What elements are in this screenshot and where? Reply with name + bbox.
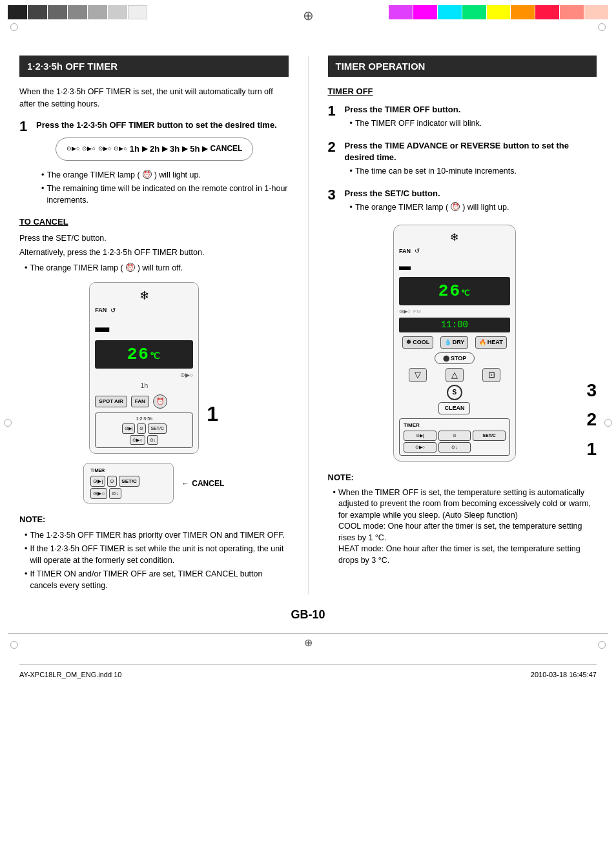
timer-section-right: TIMER ⊙▶| ⊙ SET/C ⊙▶○ ⊙↓ bbox=[399, 418, 510, 456]
s-circle-btn[interactable]: S bbox=[447, 385, 462, 400]
rswatch-2 bbox=[413, 5, 437, 19]
cancel-label-seq: CANCEL bbox=[210, 143, 242, 154]
compass-mark-bottom: ⊕ bbox=[304, 636, 313, 650]
setc-right[interactable]: SET/C bbox=[473, 431, 506, 441]
nav-down-btn[interactable]: ▽ bbox=[409, 368, 427, 382]
swatch-2 bbox=[28, 5, 47, 19]
right-step3-bullet: The orange TIMER lamp (⏰) will light up. bbox=[350, 202, 597, 214]
bottom-bar: ⊕ bbox=[8, 633, 608, 651]
page-number: GB-10 bbox=[0, 607, 616, 623]
cancel-timer-circle[interactable]: ⊙ bbox=[107, 476, 117, 487]
timer-advance-btn[interactable]: ⊙ bbox=[137, 423, 146, 434]
timer-btns-right-2: ⊙▶○ ⊙↓ bbox=[404, 442, 506, 453]
right-remote-area: ❄ FAN ↺ ▬ 26℃ ⊙▶○ PM 11:00 ❄ COOL bbox=[328, 225, 597, 461]
cancel-timer-off[interactable]: ⊙▶○ bbox=[90, 488, 107, 499]
reg-mark-top-left bbox=[10, 23, 18, 31]
step1-bullet-2: The remaining time will be indicated on … bbox=[41, 183, 289, 206]
right-column: TIMER OPERATION TIMER OFF 1 Press the TI… bbox=[328, 56, 597, 594]
time-display: 11:00 bbox=[399, 318, 510, 333]
set-c-btn-round[interactable]: ⏰ bbox=[153, 394, 167, 409]
fan-label-right: FAN bbox=[399, 247, 411, 256]
rswatch-9 bbox=[584, 5, 608, 19]
reg-mark-left bbox=[4, 419, 12, 427]
timer-row-cancel: ⊙▶| ⊙ SET/C bbox=[90, 476, 167, 487]
step1-bullet-1: The orange TIMER lamp (⏰) will light up. bbox=[41, 170, 289, 181]
right-step2-bullet: The time can be set in 10-minute increme… bbox=[350, 166, 597, 178]
step-num-1: 1 bbox=[586, 436, 597, 462]
swatch-7 bbox=[128, 5, 147, 19]
left-remote-area: ❄ FAN ↺ ▬ 26℃ ⊙▶○ 1h SPOT AIR FAN bbox=[19, 282, 289, 454]
left-note-section: NOTE: The 1·2·3·5h OFF TIMER has priorit… bbox=[19, 514, 289, 591]
timer-row-left: 1·2·3·5h ⊙▶| ⊙ SET/C ⊙▶○ ⊙↓ bbox=[95, 412, 193, 448]
right-step-1: 1 Press the TIMER OFF button. The TIMER … bbox=[328, 104, 597, 132]
air-vent-right: ▬ bbox=[399, 258, 510, 274]
col-divider bbox=[308, 56, 309, 594]
cancel-remote-small: TIMER ⊙▶| ⊙ SET/C ⊙▶○ ⊙↓ bbox=[83, 463, 174, 504]
reg-mark-top-right bbox=[598, 23, 606, 31]
swatch-1 bbox=[8, 5, 27, 19]
snowflake-icon: ❄ bbox=[95, 288, 193, 304]
timer-sequence: ⊙▶○ ⊙▶○ ⊙▶○ ⊙▶○ 1h ▶ 2h ▶ 3h ▶ 5h ▶ CANC… bbox=[56, 137, 253, 161]
timer-on-right[interactable]: ⊙▶| bbox=[404, 431, 436, 441]
reg-mark-bottom-right bbox=[598, 641, 606, 649]
cancel-remote-area: TIMER ⊙▶| ⊙ SET/C ⊙▶○ ⊙↓ ← CANCEL bbox=[19, 463, 289, 504]
footer-left: AY-XPC18LR_OM_ENG.indd 10 bbox=[19, 670, 121, 680]
reg-mark-bottom-left bbox=[10, 641, 18, 649]
timer-123-label: 1·2·3·5h bbox=[98, 416, 190, 422]
right-note-section: NOTE: When the TIMER OFF is set, the tem… bbox=[328, 472, 597, 567]
left-note-bullet-3: If TIMER ON and/or TIMER OFF are set, TI… bbox=[25, 569, 289, 591]
cool-mode-btn[interactable]: ❄ COOL bbox=[402, 336, 433, 349]
timer-hour-left: 1h bbox=[95, 381, 193, 391]
rswatch-5 bbox=[487, 5, 511, 19]
cancel-timer-on[interactable]: ⊙▶| bbox=[90, 476, 105, 487]
timer-off-right[interactable]: ⊙▶○ bbox=[404, 442, 436, 453]
cancel-setc[interactable]: SET/C bbox=[119, 476, 139, 487]
reg-mark-right bbox=[604, 419, 612, 427]
right-note-text: When the TIMER OFF is set, the temperatu… bbox=[333, 487, 597, 567]
nav-up-btn[interactable]: △ bbox=[446, 368, 464, 382]
left-remote: ❄ FAN ↺ ▬ 26℃ ⊙▶○ 1h SPOT AIR FAN bbox=[89, 282, 199, 454]
dry-mode-btn[interactable]: 💧 DRY bbox=[440, 336, 469, 349]
left-note-bullet-1: The 1·2·3·5h OFF TIMER has priority over… bbox=[25, 530, 289, 542]
timer-buttons-left: ⊙▶| ⊙ SET/C bbox=[98, 423, 190, 434]
cancel-timer-down[interactable]: ⊙↓ bbox=[109, 488, 121, 499]
left-step-num-1: 1 bbox=[207, 400, 218, 429]
fan-icon-right: ↺ bbox=[415, 247, 420, 256]
timer-down-right[interactable]: ⊙↓ bbox=[438, 442, 471, 453]
setc-btn-left[interactable]: SET/C bbox=[148, 423, 167, 434]
step-numbers-right: 3 2 1 bbox=[586, 378, 597, 462]
left-step-1: 1 Press the 1·2·3·5h OFF TIMER button to… bbox=[19, 119, 289, 209]
page-footer: AY-XPC18LR_OM_ENG.indd 10 2010-03-18 16:… bbox=[19, 664, 597, 680]
spot-air-btn[interactable]: SPOT AIR bbox=[95, 396, 127, 407]
snowflake-icon-right: ❄ bbox=[399, 230, 510, 245]
temp-display-left: 26℃ bbox=[95, 340, 193, 369]
clean-btn[interactable]: CLEAN bbox=[438, 402, 470, 414]
timer-label-cancel: TIMER bbox=[90, 467, 167, 474]
timer-off-btn[interactable]: ⊙▶○ bbox=[130, 435, 145, 445]
timer-btns-right: ⊙▶| ⊙ SET/C bbox=[404, 431, 506, 441]
cancel-section: TO CANCEL Press the SET/C button. Altern… bbox=[19, 216, 289, 274]
compass-mark-top: ⊕ bbox=[303, 6, 314, 25]
swatch-3 bbox=[48, 5, 67, 19]
right-remote: ❄ FAN ↺ ▬ 26℃ ⊙▶○ PM 11:00 ❄ COOL bbox=[393, 225, 516, 461]
rswatch-8 bbox=[560, 5, 584, 19]
nav-mode-btn[interactable]: ⊡ bbox=[482, 368, 500, 382]
temp-display-right: 26℃ bbox=[399, 277, 510, 305]
heat-mode-btn[interactable]: 🔥 HEAT bbox=[475, 336, 507, 349]
rswatch-4 bbox=[462, 5, 486, 19]
swatch-6 bbox=[108, 5, 127, 19]
left-note-bullet-2: If the 1·2·3·5h OFF TIMER is set while t… bbox=[25, 544, 289, 566]
right-section-header: TIMER OPERATION bbox=[328, 56, 597, 77]
cancel-text-label: ← CANCEL bbox=[181, 478, 224, 489]
fan-label: FAN bbox=[95, 306, 107, 314]
air-vent-icon: ▬ bbox=[95, 318, 193, 338]
timer-on-btn[interactable]: ⊙▶| bbox=[122, 423, 136, 434]
footer-right: 2010-03-18 16:45:47 bbox=[531, 670, 597, 680]
timer-minus-btn[interactable]: ⊙↓ bbox=[147, 435, 159, 445]
rswatch-6 bbox=[511, 5, 535, 19]
stop-btn-right[interactable]: ⬤ STOP bbox=[435, 352, 475, 365]
rswatch-1 bbox=[389, 5, 413, 19]
fan-btn-left[interactable]: FAN bbox=[131, 396, 149, 407]
left-intro-text: When the 1·2·3·5h OFF TIMER is set, the … bbox=[19, 86, 289, 110]
timer-circle-right[interactable]: ⊙ bbox=[438, 431, 471, 441]
